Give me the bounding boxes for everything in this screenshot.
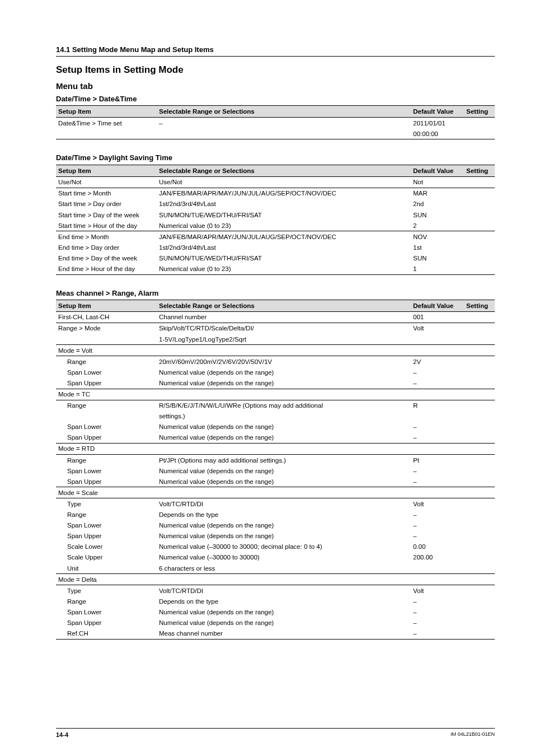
- table-row: settings.): [56, 411, 495, 422]
- cell-setup-item: Mode = Delta: [56, 574, 157, 585]
- cell-setup-item: End time > Month: [56, 231, 157, 242]
- cell-setting: [464, 487, 495, 498]
- cell-selections: [157, 345, 411, 356]
- cell-setup-item: Span Upper: [56, 617, 157, 628]
- table-row: Mode = TC: [56, 389, 495, 400]
- cell-default-value: 0.00: [411, 542, 464, 552]
- cell-setup-item: Span Lower: [56, 520, 157, 531]
- cell-setup-item: Span Lower: [56, 367, 157, 377]
- cell-default-value: MAR: [411, 188, 464, 199]
- th-setting: Setting: [464, 165, 495, 176]
- cell-selections: Numerical value (depends on the range): [157, 520, 411, 531]
- cell-setting: [464, 585, 495, 596]
- cell-selections: 6 characters or less: [157, 563, 411, 574]
- breadcrumb: 14.1 Setting Mode Menu Map and Setup Ite…: [56, 45, 495, 57]
- cell-selections: Numerical value (depends on the range): [157, 531, 411, 542]
- table-row: Use/NotUse/NotNot: [56, 176, 495, 188]
- th-default-value: Default Value: [411, 106, 464, 118]
- cell-setup-item: Start time > Day of the week: [56, 209, 157, 220]
- cell-default-value: –: [411, 367, 464, 377]
- doc-code: IM 04L21B01-01EN: [451, 731, 495, 739]
- th-setup-item: Setup Item: [56, 106, 157, 118]
- cell-setting: [464, 422, 495, 432]
- table-row: First-CH, Last-CHChannel number001: [56, 311, 495, 323]
- cell-setup-item: Span Upper: [56, 531, 157, 542]
- cell-setup-item: Scale Lower: [56, 542, 157, 552]
- cell-setup-item: Start time > Hour of the day: [56, 220, 157, 231]
- cell-default-value: 2V: [411, 356, 464, 367]
- cell-selections: Numerical value (depends on the range): [157, 422, 411, 432]
- table-row: Span LowerNumerical value (depends on th…: [56, 422, 495, 432]
- table-row: End time > Hour of the dayNumerical valu…: [56, 263, 495, 274]
- cell-selections: Numerical value (depends on the range): [157, 377, 411, 389]
- cell-selections: Numerical value (depends on the range): [157, 432, 411, 444]
- cell-setup-item: Span Upper: [56, 432, 157, 444]
- cell-default-value: 200.00: [411, 552, 464, 563]
- cell-selections: Numerical value (depends on the range): [157, 367, 411, 377]
- cell-setting: [464, 356, 495, 367]
- cell-default-value: 001: [411, 311, 464, 323]
- cell-selections: [157, 443, 411, 454]
- cell-setup-item: Scale Upper: [56, 552, 157, 563]
- cell-selections: SUN/MON/TUE/WED/THU/FRI/SAT: [157, 253, 411, 263]
- table-row: Span UpperNumerical value (depends on th…: [56, 476, 495, 487]
- cell-default-value: –: [411, 510, 464, 520]
- cell-selections: Numerical value (depends on the range): [157, 617, 411, 628]
- cell-default-value: –: [411, 520, 464, 531]
- cell-setting: [464, 209, 495, 220]
- cell-default-value: –: [411, 377, 464, 389]
- cell-setting: [464, 563, 495, 574]
- cell-setting: [464, 253, 495, 263]
- cell-setting: [464, 345, 495, 356]
- cell-selections: R/S/B/K/E/J/T/N/W/L/U/WRe (Options may a…: [157, 400, 411, 411]
- table-row: Mode = Delta: [56, 574, 495, 585]
- cell-default-value: –: [411, 531, 464, 542]
- cell-selections: JAN/FEB/MAR/APR/MAY/JUN/JUL/AUG/SEP/OCT/…: [157, 231, 411, 242]
- group-title-datetime-dst: Date/Time > Daylight Saving Time: [56, 153, 495, 163]
- cell-setup-item: [56, 128, 157, 139]
- cell-selections: 20mV/60mV/200mV/2V/6V/20V/50V/1V: [157, 356, 411, 367]
- table-row: Range > ModeSkip/Volt/TC/RTD/Scale/Delta…: [56, 323, 495, 334]
- cell-selections: Channel number: [157, 311, 411, 323]
- cell-setting: [464, 411, 495, 422]
- cell-selections: Numerical value (depends on the range): [157, 476, 411, 487]
- cell-setup-item: Date&Time > Time set: [56, 118, 157, 129]
- table-datetime-dst: Setup Item Selectable Range or Selection…: [56, 165, 495, 275]
- cell-selections: JAN/FEB/MAR/APR/MAY/JUN/JUL/AUG/SEP/OCT/…: [157, 188, 411, 199]
- cell-default-value: –: [411, 606, 464, 617]
- table-row: Start time > Day order1st/2nd/3rd/4th/La…: [56, 199, 495, 209]
- table-row: Start time > MonthJAN/FEB/MAR/APR/MAY/JU…: [56, 188, 495, 199]
- table-datetime-datetime: Setup Item Selectable Range or Selection…: [56, 105, 495, 139]
- cell-setting: [464, 199, 495, 209]
- table-row: Span UpperNumerical value (depends on th…: [56, 432, 495, 444]
- cell-setting: [464, 188, 495, 199]
- table-row: Ref.CHMeas channel number–: [56, 628, 495, 640]
- cell-setup-item: End time > Day of the week: [56, 253, 157, 263]
- cell-setting: [464, 323, 495, 334]
- cell-setup-item: End time > Day order: [56, 242, 157, 253]
- cell-selections: Numerical value (depends on the range): [157, 465, 411, 476]
- cell-setting: [464, 311, 495, 323]
- table-row: Span UpperNumerical value (depends on th…: [56, 531, 495, 542]
- table-row: End time > MonthJAN/FEB/MAR/APR/MAY/JUN/…: [56, 231, 495, 242]
- table-row: Mode = Volt: [56, 345, 495, 356]
- cell-setting: [464, 432, 495, 444]
- cell-selections: [157, 487, 411, 498]
- cell-setting: [464, 531, 495, 542]
- table-row: Span LowerNumerical value (depends on th…: [56, 520, 495, 531]
- cell-default-value: –: [411, 596, 464, 606]
- cell-selections: Skip/Volt/TC/RTD/Scale/Delta/DI/: [157, 323, 411, 334]
- table-row: RangeDepends on the type–: [56, 596, 495, 606]
- cell-setting: [464, 510, 495, 520]
- table-meas-range-alarm: Setup Item Selectable Range or Selection…: [56, 300, 495, 640]
- table-row: Start time > Hour of the dayNumerical va…: [56, 220, 495, 231]
- cell-setting: [464, 465, 495, 476]
- cell-selections: Volt/TC/RTD/DI: [157, 585, 411, 596]
- table-row: RangeDepends on the type–: [56, 510, 495, 520]
- table-row: Span LowerNumerical value (depends on th…: [56, 367, 495, 377]
- cell-setup-item: Range > Mode: [56, 323, 157, 334]
- cell-default-value: –: [411, 617, 464, 628]
- cell-setup-item: [56, 411, 157, 422]
- table-row: RangeR/S/B/K/E/J/T/N/W/L/U/WRe (Options …: [56, 400, 495, 411]
- cell-setting: [464, 128, 495, 139]
